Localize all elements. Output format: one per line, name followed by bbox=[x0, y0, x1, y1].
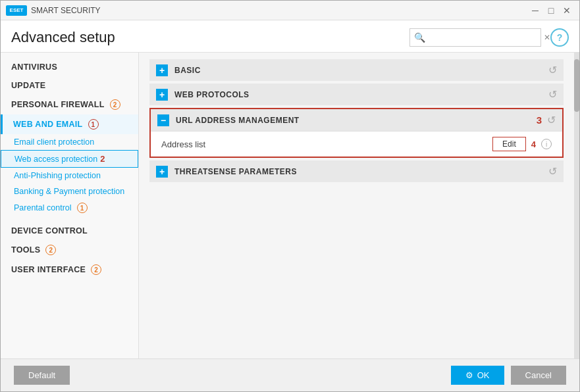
sidebar-antivirus-label: ANTIVIRUS bbox=[11, 62, 57, 72]
footer: Default ⚙ OK Cancel bbox=[1, 358, 579, 391]
url-address-body: Address list Edit 4 i bbox=[151, 131, 562, 157]
address-list-label: Address list bbox=[161, 139, 205, 149]
sidebar-item-update[interactable]: UPDATE bbox=[1, 76, 138, 95]
section-url-address-management: − URL ADDRESS MANAGEMENT 3 ↺ Address lis… bbox=[149, 108, 564, 158]
email-client-protection-label: Email client protection bbox=[14, 137, 94, 147]
url-body-actions: Edit 4 i bbox=[492, 137, 552, 151]
eset-logo: ESET bbox=[6, 5, 27, 16]
sidebar-item-anti-phishing[interactable]: Anti-Phishing protection bbox=[1, 168, 138, 184]
annotation-3: 3 bbox=[537, 114, 542, 126]
anti-phishing-label: Anti-Phishing protection bbox=[14, 171, 101, 180]
section-web-protocols-header[interactable]: + WEB PROTOCOLS ↺ bbox=[149, 84, 564, 105]
section-threatsense-title: THREATSENSE PARAMETERS bbox=[174, 167, 548, 176]
ok-button[interactable]: ⚙ OK bbox=[451, 366, 504, 385]
sidebar-divider-1 bbox=[1, 216, 138, 222]
banking-payment-label: Banking & Payment protection bbox=[14, 187, 124, 196]
sidebar-item-device-control[interactable]: DEVICE CONTROL bbox=[1, 222, 138, 240]
maximize-button[interactable]: □ bbox=[544, 4, 558, 17]
cancel-button[interactable]: Cancel bbox=[511, 366, 566, 385]
search-icon: 🔍 bbox=[410, 32, 429, 43]
title-bar-controls: ─ □ ✕ bbox=[528, 4, 574, 17]
sidebar-firewall-label: PERSONAL FIREWALL bbox=[11, 100, 105, 109]
section-basic-toggle[interactable]: + bbox=[156, 64, 168, 76]
section-web-protocols-title: WEB PROTOCOLS bbox=[174, 90, 548, 99]
sidebar-item-email-client-protection[interactable]: Email client protection bbox=[1, 134, 138, 150]
sidebar: ANTIVIRUS UPDATE PERSONAL FIREWALL 2 WEB… bbox=[1, 53, 139, 358]
main-content: + BASIC ↺ + WEB PROTOCOLS ↺ − URL ADDRES… bbox=[139, 53, 574, 358]
main-header: Advanced setup 🔍 ✕ ? bbox=[1, 20, 579, 52]
sidebar-item-web-and-email[interactable]: WEB AND EMAIL 1 bbox=[1, 114, 138, 134]
main-window: ESET SMART SECURITY ─ □ ✕ Advanced setup… bbox=[0, 0, 580, 392]
parental-control-badge: 1 bbox=[77, 203, 88, 213]
help-button[interactable]: ? bbox=[550, 28, 569, 47]
title-bar-left: ESET SMART SECURITY bbox=[6, 5, 101, 16]
section-threatsense-header[interactable]: + THREATSENSE PARAMETERS ↺ bbox=[149, 160, 564, 182]
section-threatsense-toggle[interactable]: + bbox=[156, 166, 168, 178]
section-web-protocols-reset[interactable]: ↺ bbox=[548, 88, 557, 101]
info-icon[interactable]: i bbox=[541, 139, 552, 149]
sidebar-firewall-badge: 2 bbox=[110, 99, 120, 110]
title-bar: ESET SMART SECURITY ─ □ ✕ bbox=[1, 1, 579, 20]
header-tools: 🔍 ✕ ? bbox=[409, 28, 569, 47]
section-web-protocols-toggle[interactable]: + bbox=[156, 89, 168, 101]
section-url-header[interactable]: − URL ADDRESS MANAGEMENT 3 ↺ bbox=[151, 109, 562, 131]
sidebar-item-web-access-protection[interactable]: Web access protection 2 bbox=[1, 150, 138, 168]
user-interface-badge: 2 bbox=[91, 264, 101, 275]
section-basic-header[interactable]: + BASIC ↺ bbox=[149, 59, 564, 81]
tools-badge: 2 bbox=[45, 245, 56, 255]
app-title: SMART SECURITY bbox=[31, 6, 101, 15]
close-button[interactable]: ✕ bbox=[560, 4, 574, 17]
parental-control-label: Parental control bbox=[14, 203, 72, 212]
web-access-protection-label: Web access protection bbox=[14, 155, 97, 164]
tools-label: TOOLS bbox=[11, 245, 40, 255]
sidebar-item-tools[interactable]: TOOLS 2 bbox=[1, 240, 138, 260]
minimize-button[interactable]: ─ bbox=[528, 4, 542, 17]
sidebar-item-user-interface[interactable]: USER INTERFACE 2 bbox=[1, 260, 138, 280]
scrollbar-track[interactable] bbox=[574, 53, 579, 358]
sidebar-item-personal-firewall[interactable]: PERSONAL FIREWALL 2 bbox=[1, 95, 138, 114]
page-title: Advanced setup bbox=[11, 29, 115, 46]
section-url-title: URL ADDRESS MANAGEMENT bbox=[176, 116, 531, 125]
section-basic-title: BASIC bbox=[174, 66, 548, 75]
scrollbar-thumb[interactable] bbox=[574, 59, 579, 112]
section-url-reset[interactable]: ↺ bbox=[547, 114, 556, 126]
user-interface-label: USER INTERFACE bbox=[11, 265, 86, 274]
sidebar-update-label: UPDATE bbox=[11, 81, 45, 90]
search-input[interactable] bbox=[429, 33, 540, 43]
section-url-toggle[interactable]: − bbox=[157, 114, 169, 126]
ok-label: OK bbox=[477, 370, 490, 380]
section-basic-reset[interactable]: ↺ bbox=[548, 64, 557, 76]
content-area: ANTIVIRUS UPDATE PERSONAL FIREWALL 2 WEB… bbox=[1, 52, 579, 358]
sidebar-web-email-badge: 1 bbox=[88, 119, 99, 130]
sidebar-web-email-label: WEB AND EMAIL bbox=[13, 120, 83, 129]
annotation-2: 2 bbox=[100, 154, 105, 164]
footer-right: ⚙ OK Cancel bbox=[451, 366, 566, 385]
annotation-4: 4 bbox=[531, 139, 536, 149]
sidebar-item-banking-payment[interactable]: Banking & Payment protection bbox=[1, 184, 138, 199]
sidebar-item-antivirus[interactable]: ANTIVIRUS bbox=[1, 58, 138, 76]
ok-icon: ⚙ bbox=[465, 370, 473, 380]
edit-button[interactable]: Edit bbox=[492, 137, 526, 151]
search-bar: 🔍 ✕ bbox=[409, 28, 541, 47]
sidebar-item-parental-control[interactable]: Parental control 1 bbox=[1, 199, 138, 216]
device-control-label: DEVICE CONTROL bbox=[11, 226, 88, 235]
section-threatsense-reset[interactable]: ↺ bbox=[548, 165, 557, 178]
default-button[interactable]: Default bbox=[14, 366, 70, 385]
